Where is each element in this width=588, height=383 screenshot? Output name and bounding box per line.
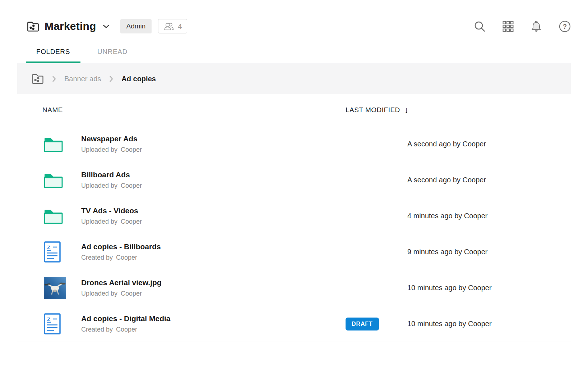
item-name[interactable]: Ad copies - Digital Media <box>81 314 346 323</box>
help-icon[interactable]: ? <box>559 20 571 32</box>
folder-icon <box>44 172 63 188</box>
bell-icon[interactable] <box>531 20 542 32</box>
item-name[interactable]: TV Ads - Videos <box>81 206 346 215</box>
role-badge: Admin <box>120 19 152 33</box>
last-modified-value: 10 minutes ago by Cooper <box>403 320 571 328</box>
last-modified-value: 4 minutes ago by Cooper <box>403 212 571 220</box>
team-folder-icon <box>27 21 39 32</box>
svg-text:?: ? <box>563 23 567 30</box>
last-modified-value: 9 minutes ago by Cooper <box>403 248 571 256</box>
last-modified-value: 10 minutes ago by Cooper <box>403 284 571 292</box>
table-row-tv-ads-videos[interactable]: TV Ads - Videos Uploaded byCooper 4 minu… <box>17 198 571 234</box>
breadcrumb: Banner ads Ad copies <box>17 63 571 94</box>
last-modified-value: A second ago by Cooper <box>403 176 571 184</box>
file-list: Newspaper Ads Uploaded byCooper A second… <box>17 126 571 342</box>
item-byline: Uploaded byCooper <box>81 182 346 190</box>
last-modified-value: A second ago by Cooper <box>403 140 571 148</box>
table-header: NAME LAST MODIFIED ↓ <box>17 94 571 126</box>
table-row-newspaper-ads[interactable]: Newspaper Ads Uploaded byCooper A second… <box>17 126 571 162</box>
folder-icon <box>44 136 63 152</box>
column-header-name[interactable]: NAME <box>17 106 346 114</box>
writer-document-icon <box>44 313 61 334</box>
team-name[interactable]: Marketing <box>45 20 96 32</box>
chevron-down-icon[interactable] <box>103 24 110 28</box>
item-byline: Uploaded byCooper <box>81 218 346 225</box>
item-byline: Uploaded byCooper <box>81 146 346 154</box>
members-button[interactable]: 4 <box>158 19 187 33</box>
item-name[interactable]: Drones Aerial view.jpg <box>81 278 346 287</box>
item-byline: Created byCooper <box>81 254 346 261</box>
item-name[interactable]: Ad copies - Billboards <box>81 242 346 251</box>
item-byline: Uploaded byCooper <box>81 290 346 297</box>
breadcrumb-item-ad-copies: Ad copies <box>121 75 156 83</box>
table-row-billboard-ads[interactable]: Billboard Ads Uploaded byCooper A second… <box>17 162 571 198</box>
team-folder-icon[interactable] <box>32 73 44 84</box>
tab-unread[interactable]: UNREAD <box>87 43 138 63</box>
draft-status-badge: DRAFT <box>346 318 379 330</box>
members-count: 4 <box>178 22 182 31</box>
apps-grid-icon[interactable] <box>503 21 514 32</box>
image-thumbnail <box>44 277 66 299</box>
table-row-drones-aerial-view[interactable]: Drones Aerial view.jpg Uploaded byCooper… <box>17 270 571 306</box>
tab-folders[interactable]: FOLDERS <box>26 43 80 63</box>
search-icon[interactable] <box>474 20 486 32</box>
people-icon <box>163 22 174 31</box>
table-row-ad-copies-digital-media[interactable]: Ad copies - Digital Media Created byCoop… <box>17 306 571 342</box>
chevron-right-icon <box>109 76 113 82</box>
app-header: Marketing Admin 4 <box>0 15 588 37</box>
item-byline: Created byCooper <box>81 326 346 333</box>
last-modified-label: LAST MODIFIED <box>346 106 400 114</box>
chevron-right-icon <box>52 76 56 82</box>
table-row-ad-copies-billboards[interactable]: Ad copies - Billboards Created byCooper … <box>17 234 571 270</box>
column-header-last-modified[interactable]: LAST MODIFIED ↓ <box>346 106 571 114</box>
item-name[interactable]: Newspaper Ads <box>81 134 346 143</box>
tab-bar: FOLDERS UNREAD <box>0 43 588 63</box>
header-actions: ? <box>474 20 571 32</box>
breadcrumb-item-banner-ads[interactable]: Banner ads <box>64 75 101 83</box>
folder-icon <box>44 208 63 224</box>
sort-descending-icon: ↓ <box>404 106 409 114</box>
item-name[interactable]: Billboard Ads <box>81 170 346 179</box>
writer-document-icon <box>44 241 61 263</box>
